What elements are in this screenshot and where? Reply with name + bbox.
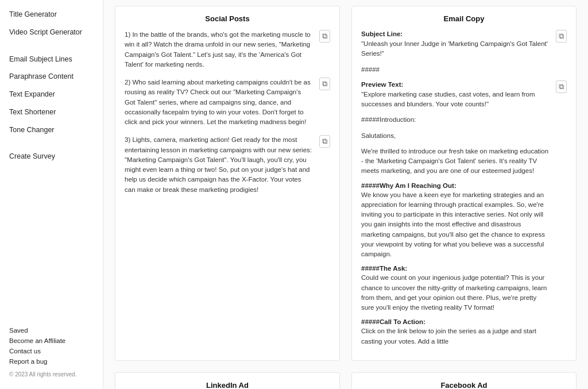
sidebar-item-title-generator[interactable]: Title Generator: [0, 6, 103, 24]
email-ask-row: #####The Ask: Could we count on your ing…: [361, 265, 567, 313]
sidebar-item-email-subject-lines[interactable]: Email Subject Lines: [0, 51, 103, 68]
email-why-text: We know you have a keen eye for marketin…: [361, 190, 550, 260]
sidebar-item-text-expander[interactable]: Text Expander: [0, 86, 103, 103]
email-intro-row: We're thrilled to introduce our fresh ta…: [361, 147, 567, 176]
sidebar-item-contact-us[interactable]: Contact us: [9, 346, 94, 356]
email-preview-text-row: Preview Text: "Explore marketing case st…: [361, 80, 567, 110]
copy-icon: ⧉: [322, 32, 327, 41]
email-subject-label: Subject Line:: [361, 30, 403, 37]
main-content: Social Posts 1) In the battle of the bra…: [103, 0, 588, 389]
email-salutation: Salutations,: [361, 131, 550, 141]
email-preview-label: Preview Text:: [361, 81, 403, 88]
email-subject-line-row: Subject Line: "Unleash your Inner Judge …: [361, 30, 567, 59]
facebook-ad-title: Facebook Ad: [361, 381, 567, 389]
email-preview-hash: #####: [361, 65, 550, 75]
copy-icon: ⧉: [322, 79, 327, 88]
copy-icon: ⧉: [322, 137, 327, 146]
email-copy-section: Email Copy Subject Line: "Unleash your I…: [351, 6, 577, 361]
social-post-2: 2) Who said learning about marketing cam…: [125, 78, 330, 127]
social-posts-section: Social Posts 1) In the battle of the bra…: [115, 6, 340, 361]
sidebar-bottom: Saved Become an Affiliate Contact us Rep…: [0, 319, 103, 383]
email-subject-value: "Unleash your Inner Judge in 'Marketing …: [361, 39, 550, 59]
copy-email-preview-button[interactable]: ⧉: [556, 80, 567, 93]
social-post-1: 1) In the battle of the brands, who's go…: [125, 30, 330, 70]
copy-email-subject-button[interactable]: ⧉: [556, 30, 567, 43]
email-copy-title: Email Copy: [361, 14, 567, 23]
copy-social-post-2-button[interactable]: ⧉: [319, 78, 330, 90]
copy-icon: ⧉: [559, 32, 564, 41]
email-ask-label: #####The Ask:: [361, 265, 550, 272]
email-preview-value: "Explore marketing case studies, cast vo…: [361, 90, 550, 110]
sidebar-copyright: © 2023 All rights reserved.: [9, 371, 94, 378]
linkedin-ad-title: LinkedIn Ad: [125, 381, 330, 389]
email-salutation-row: Salutations,: [361, 131, 567, 141]
email-ask-text: Could we count on your ingenious judge p…: [361, 273, 550, 313]
social-post-2-text: 2) Who said learning about marketing cam…: [125, 78, 313, 127]
sidebar-item-saved[interactable]: Saved: [9, 325, 94, 336]
email-preview-hash-row: #####: [361, 65, 567, 75]
social-post-3-text: 3) Lights, camera, marketing action! Get…: [125, 135, 313, 195]
email-why-row: #####Why Am I Reaching Out: We know you …: [361, 182, 567, 260]
email-intro-text: We're thrilled to introduce our fresh ta…: [361, 147, 550, 176]
copy-social-post-1-button[interactable]: ⧉: [319, 30, 330, 43]
social-post-1-text: 1) In the battle of the brands, who's go…: [125, 30, 313, 70]
copy-icon: ⧉: [559, 82, 564, 91]
email-cta-text: Click on the link below to join the seri…: [361, 326, 550, 346]
sidebar: Title Generator Video Script Generator E…: [0, 0, 103, 389]
sidebar-item-video-script-generator[interactable]: Video Script Generator: [0, 24, 103, 41]
social-post-3: 3) Lights, camera, marketing action! Get…: [125, 135, 330, 195]
social-posts-title: Social Posts: [125, 14, 330, 23]
email-cta-label: #####Call To Action:: [361, 318, 550, 325]
email-body-hash: #####Introduction:: [361, 115, 550, 125]
linkedin-ad-section: LinkedIn Ad Headline: Get Your Marketing…: [115, 372, 340, 389]
facebook-ad-section: Facebook Ad Headline: Got Talent for Mar…: [351, 372, 577, 389]
email-why-label: #####Why Am I Reaching Out:: [361, 182, 550, 189]
email-cta-row: #####Call To Action: Click on the link b…: [361, 318, 567, 346]
sidebar-item-affiliate[interactable]: Become an Affiliate: [9, 336, 94, 346]
copy-social-post-3-button[interactable]: ⧉: [319, 135, 330, 148]
sidebar-item-tone-changer[interactable]: Tone Changer: [0, 121, 103, 139]
sidebar-item-paraphrase-content[interactable]: Paraphrase Content: [0, 68, 103, 86]
sidebar-item-text-shortener[interactable]: Text Shortener: [0, 103, 103, 121]
sidebar-item-create-survey[interactable]: Create Survey: [0, 148, 103, 165]
email-body-hash-row: #####Introduction:: [361, 115, 567, 125]
sidebar-item-report-bug[interactable]: Report a bug: [9, 356, 94, 367]
